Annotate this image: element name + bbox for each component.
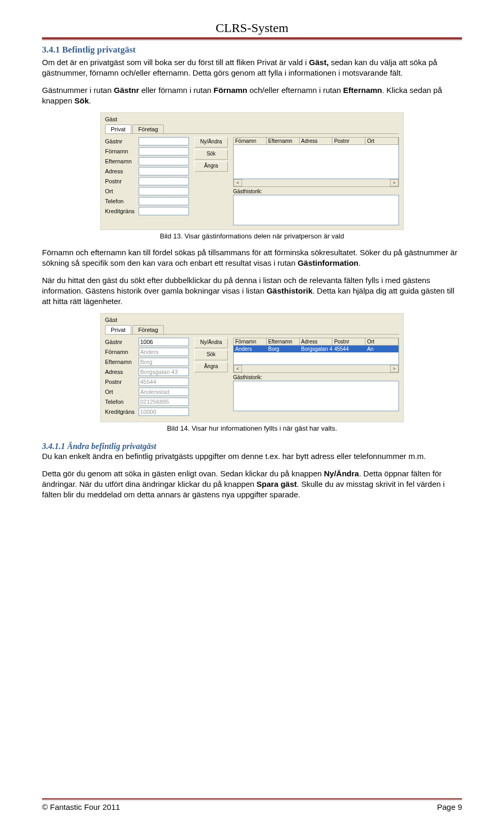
bold: Gästinformation — [298, 258, 359, 267]
col-postnr[interactable]: Postnr — [332, 138, 365, 144]
text: Om det är en privatgäst som vill boka se… — [42, 58, 309, 67]
input-postnr[interactable] — [139, 177, 189, 185]
input-adress[interactable] — [139, 167, 189, 175]
section-3411-p1: Du kan enkelt ändra en befintlig privatg… — [42, 451, 462, 462]
text: Gästnummer i rutan — [42, 86, 114, 95]
input-kredit[interactable] — [139, 207, 189, 215]
col-adress[interactable]: Adress — [300, 138, 333, 144]
bold: Gästnr — [114, 86, 139, 95]
bold: Gäst, — [309, 58, 329, 67]
cell-efternamn: Borg — [267, 346, 300, 352]
panel-title: Gäst — [105, 116, 399, 122]
input-gastnr[interactable]: 1006 — [139, 338, 189, 346]
bold: Förnamn — [214, 86, 247, 95]
input-ort[interactable] — [139, 187, 189, 195]
hist-list[interactable] — [233, 195, 399, 225]
figure-13-panel: Gäst Privat Företag Gästnr Förnamn Efter… — [100, 112, 404, 230]
hist-list[interactable] — [233, 381, 399, 411]
tab-foretag[interactable]: Företag — [132, 325, 164, 334]
page-header-title: CLRS-System — [42, 21, 462, 35]
input-fornamn[interactable] — [139, 147, 189, 155]
panel-title: Gäst — [105, 317, 399, 323]
input-adress[interactable]: Borgsgatan 43 — [139, 368, 189, 376]
bold: Sök — [75, 96, 89, 105]
hscroll[interactable]: <> — [233, 365, 399, 373]
input-kredit[interactable]: 10000 — [139, 408, 189, 416]
table-row[interactable]: Anders Borg Borgsgatan 43 45544 An — [234, 346, 398, 352]
figure-13-caption: Bild 13. Visar gästinformations delen nä… — [42, 232, 462, 240]
col-fornamn[interactable]: Förnamn — [234, 338, 267, 345]
input-efternamn[interactable]: Borg — [139, 358, 189, 366]
tab-foretag[interactable]: Företag — [132, 124, 164, 133]
header-rule — [42, 37, 462, 39]
section-341-p2: Gästnummer i rutan Gästnr eller förnamn … — [42, 85, 462, 107]
figure-14-caption: Bild 14. Visar hur informationen fyllts … — [42, 424, 462, 432]
bold: Gästhistorik — [267, 286, 313, 295]
col-postnr[interactable]: Postnr — [332, 338, 365, 345]
input-postnr[interactable]: 45544 — [139, 378, 189, 386]
tab-privat[interactable]: Privat — [105, 325, 131, 334]
label-telefon: Telefon — [105, 198, 139, 204]
cell-postnr: 45544 — [332, 346, 365, 352]
col-fornamn[interactable]: Förnamn — [234, 138, 267, 144]
sok-button[interactable]: Sök — [194, 149, 228, 160]
col-ort[interactable]: Ort — [365, 138, 398, 144]
result-list[interactable] — [233, 145, 399, 179]
input-ort[interactable]: Andersstad — [139, 388, 189, 396]
text: Förnamn och efternamn kan till fördel sö… — [42, 248, 457, 267]
result-list[interactable]: Anders Borg Borgsgatan 43 45544 An — [233, 346, 399, 365]
bold: Efternamn — [343, 86, 382, 95]
text: . — [89, 96, 91, 105]
figure-14-panel: Gäst Privat Företag Gästnr1006 FörnamnAn… — [100, 313, 404, 422]
cell-fornamn: Anders — [234, 346, 267, 352]
angra-button[interactable]: Ångra — [194, 362, 228, 372]
scroll-right-icon[interactable]: > — [390, 365, 398, 372]
col-adress[interactable]: Adress — [300, 338, 333, 345]
result-header: Förnamn Efternamn Adress Postnr Ort — [233, 338, 399, 346]
input-efternamn[interactable] — [139, 157, 189, 165]
footer-left: © Fantastic Four 2011 — [42, 802, 120, 811]
scroll-left-icon[interactable]: < — [234, 365, 242, 372]
col-efternamn[interactable]: Efternamn — [267, 138, 300, 144]
scroll-right-icon[interactable]: > — [390, 179, 398, 186]
label-adress: Adress — [105, 168, 139, 174]
hist-label: Gästhistorik: — [233, 374, 399, 380]
nyandra-button[interactable]: Ny/Ändra — [194, 338, 228, 348]
col-efternamn[interactable]: Efternamn — [267, 338, 300, 345]
section-3411-p2: Detta gör du genom att söka in gästen en… — [42, 468, 462, 501]
input-telefon[interactable]: 021256895 — [139, 398, 189, 406]
label-efternamn: Efternamn — [105, 359, 139, 365]
input-telefon[interactable] — [139, 197, 189, 205]
label-kredit: Kreditgräns — [105, 208, 139, 214]
col-ort[interactable]: Ort — [365, 338, 398, 345]
tab-privat[interactable]: Privat — [105, 124, 131, 133]
text: eller förnamn i rutan — [139, 86, 214, 95]
label-efternamn: Efternamn — [105, 158, 139, 164]
label-fornamn: Förnamn — [105, 349, 139, 355]
angra-button[interactable]: Ångra — [194, 161, 228, 172]
label-fornamn: Förnamn — [105, 148, 139, 154]
label-ort: Ort — [105, 389, 139, 395]
bold: Ny/Ändra — [324, 469, 359, 478]
label-ort: Ort — [105, 188, 139, 194]
label-adress: Adress — [105, 369, 139, 375]
mid-p1: Förnamn och efternamn kan till fördel sö… — [42, 247, 462, 269]
label-postnr: Postnr — [105, 178, 139, 184]
hscroll[interactable]: <> — [233, 179, 399, 187]
nyandra-button[interactable]: Ny/Ändra — [194, 137, 228, 148]
label-gastnr: Gästnr — [105, 138, 139, 144]
result-header: Förnamn Efternamn Adress Postnr Ort — [233, 137, 399, 145]
footer: © Fantastic Four 2011 Page 9 — [0, 799, 504, 822]
tabs: Privat Företag — [105, 124, 399, 134]
footer-right: Page 9 — [437, 802, 462, 811]
section-341-p1: Om det är en privatgäst som vill boka se… — [42, 57, 462, 79]
cell-ort: An — [365, 346, 398, 352]
scroll-left-icon[interactable]: < — [234, 179, 242, 186]
input-fornamn[interactable]: Anders — [139, 348, 189, 356]
input-gastnr[interactable] — [139, 137, 189, 145]
hist-label: Gästhistorik: — [233, 189, 399, 194]
label-postnr: Postnr — [105, 379, 139, 385]
text: . — [359, 258, 361, 267]
mid-p2: När du hittat den gäst du sökt efter dub… — [42, 275, 462, 307]
sok-button[interactable]: Sök — [194, 350, 228, 360]
